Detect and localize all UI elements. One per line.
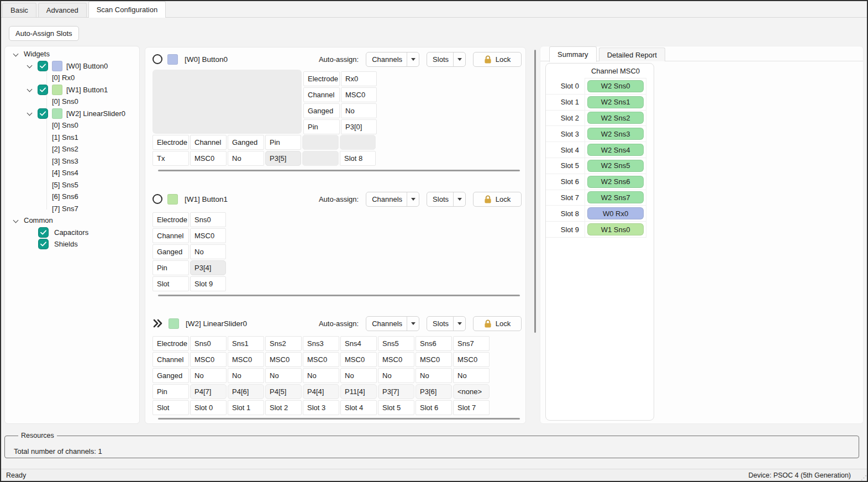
tree-row-sensor[interactable]: [7] Sns7: [5, 203, 139, 215]
placeholder-cell: [340, 135, 376, 150]
slot-label: Slot 5: [546, 158, 585, 174]
pin-cell[interactable]: P4[7]: [190, 384, 227, 399]
tree-row-common-capacitors[interactable]: Capacitors: [5, 227, 139, 239]
main-vertical-scrollbar[interactable]: [534, 50, 536, 333]
w0-slots-dropdown[interactable]: Slots: [427, 52, 466, 67]
chevron-down-icon[interactable]: [13, 51, 18, 57]
w0-lock-button[interactable]: Lock: [473, 52, 522, 67]
table-cell-value: No: [228, 368, 264, 383]
pin-cell[interactable]: P3[4]: [190, 260, 226, 275]
tree-row-sensor[interactable]: [0] Sns0: [5, 119, 139, 132]
table-cell-value: Rx0: [341, 71, 377, 86]
sensor-label: [5] Sns5: [52, 181, 78, 189]
common-checkbox[interactable]: [38, 227, 49, 238]
tree-row-sensor[interactable]: [3] Sns3: [5, 155, 139, 167]
pin-cell[interactable]: <none>: [453, 384, 490, 399]
slots-dropdown-label: Slots: [433, 195, 449, 203]
pin-cell[interactable]: P4[6]: [228, 384, 264, 399]
w2-channels-dropdown[interactable]: Channels: [366, 316, 419, 331]
table-cell-value: No: [415, 368, 452, 383]
w2-table-row: ElectrodeSns0Sns1Sns2Sns3Sns4Sns5Sns6Sns…: [152, 336, 490, 351]
pin-cell[interactable]: P4[4]: [303, 384, 339, 399]
tree-row-common-shields[interactable]: Shields: [5, 238, 139, 250]
widget-checkbox[interactable]: [38, 85, 48, 95]
w0-horizontal-scrollbar[interactable]: [158, 170, 520, 171]
chevron-down-icon[interactable]: [27, 87, 32, 92]
chevron-down-icon[interactable]: [407, 53, 419, 66]
tab-basic[interactable]: Basic: [2, 3, 36, 17]
table-cell-value: Slot 6: [415, 400, 452, 415]
tree-row-widget-1[interactable]: [W1] Button1: [5, 84, 139, 96]
widget-label: [W1] Button1: [66, 86, 108, 94]
slider-widget-icon: [152, 319, 164, 328]
chevron-down-icon[interactable]: [453, 192, 465, 206]
slot-chip-cell: W2 Sns1: [585, 95, 646, 111]
tree-row-sensor[interactable]: [0] Sns0: [5, 96, 139, 108]
w2-color-swatch: [169, 318, 179, 329]
auto-assign-slots-button[interactable]: Auto-Assign Slots: [9, 26, 79, 41]
tab-summary[interactable]: Summary: [549, 46, 597, 62]
chevron-down-icon[interactable]: [453, 317, 465, 331]
tab-advanced[interactable]: Advanced: [38, 3, 87, 17]
slot-row: Slot 1W2 Sns1: [546, 95, 654, 111]
w1-horizontal-scrollbar[interactable]: [158, 295, 520, 296]
chevron-down-icon[interactable]: [407, 192, 419, 206]
table-cell-value: MSC0: [190, 352, 227, 367]
slot-chip-cell: W2 Sns6: [585, 174, 646, 190]
w1-header: [W1] Button1 Auto-assign: Channels Slots…: [152, 192, 522, 206]
chevron-down-icon[interactable]: [453, 53, 465, 66]
tree-row-sensor[interactable]: [5] Sns5: [5, 179, 139, 191]
slots-dropdown-label: Slots: [433, 319, 449, 328]
channels-dropdown-label: Channels: [372, 195, 402, 203]
pin-cell[interactable]: P3[7]: [378, 384, 414, 399]
slot-label: Slot 9: [546, 222, 585, 238]
w0-channels-dropdown[interactable]: Channels: [366, 52, 419, 67]
w2-horizontal-scrollbar[interactable]: [158, 418, 520, 420]
w1-slots-dropdown[interactable]: Slots: [427, 192, 466, 207]
chevron-down-icon[interactable]: [407, 317, 419, 331]
slot-chip-cell: W2 Sns2: [585, 111, 646, 127]
tree-row-sensor[interactable]: [2] Sns2: [5, 143, 139, 155]
status-ready: Ready: [6, 471, 26, 479]
channels-dropdown-label: Channels: [372, 319, 402, 328]
resize-grip[interactable]: ⋰: [861, 475, 866, 480]
slot-assignment-chip: W2 Sns5: [587, 160, 644, 172]
w1-channels-dropdown[interactable]: Channels: [366, 192, 419, 207]
chevron-down-icon[interactable]: [27, 111, 32, 116]
slot-row: Slot 3W2 Sns3: [546, 126, 654, 142]
w2-slots-dropdown[interactable]: Slots: [427, 316, 466, 331]
common-checkbox[interactable]: [38, 239, 49, 249]
widget-checkbox[interactable]: [38, 61, 48, 71]
tree-row-sensor[interactable]: [0] Rx0: [5, 72, 139, 84]
chevron-down-icon[interactable]: [13, 218, 18, 223]
tree-row-widget-0[interactable]: [W0] Button0: [5, 60, 139, 72]
tab-scan-configuration[interactable]: Scan Configuration: [88, 1, 166, 18]
w0-title: [W0] Button0: [185, 55, 228, 64]
tree-row-widget-2[interactable]: [W2] LinearSlider0: [5, 108, 139, 120]
slot-row: Slot 6W2 Sns6: [546, 174, 654, 190]
button-widget-icon: [152, 54, 162, 64]
pin-cell[interactable]: P11[4]: [340, 384, 377, 399]
device-label: Device: PSOC 4 (5th Generation): [749, 471, 862, 479]
widget-checkbox[interactable]: [38, 108, 48, 119]
w1-lock-button[interactable]: Lock: [473, 192, 522, 207]
tree-row-sensor[interactable]: [1] Sns1: [5, 132, 139, 144]
widget-color-swatch: [52, 108, 62, 119]
tree-row-sensor[interactable]: [6] Sns6: [5, 191, 139, 203]
pin-cell[interactable]: P3[5]: [265, 151, 301, 166]
table-cell-value: Sns6: [415, 336, 452, 351]
w1-auto-assign-controls: Auto-assign: Channels Slots Lock: [319, 192, 522, 207]
table-cell-value: MSC0: [303, 352, 339, 367]
w1-table-row: SlotSlot 9: [152, 276, 226, 291]
tree-row-sensor[interactable]: [4] Sns4: [5, 167, 139, 179]
tree-root-common[interactable]: Common: [5, 214, 139, 227]
pin-cell[interactable]: P4[5]: [265, 384, 302, 399]
common-label: Shields: [54, 240, 78, 248]
w2-lock-button[interactable]: Lock: [473, 316, 522, 331]
slot-chip-cell: W2 Sns3: [585, 126, 646, 142]
pin-cell[interactable]: P3[6]: [415, 384, 452, 399]
table-cell-label: Electrode: [152, 336, 189, 351]
tree-root-widgets[interactable]: Widgets: [5, 48, 139, 60]
tab-detailed-report[interactable]: Detailed Report: [599, 48, 665, 61]
chevron-down-icon[interactable]: [27, 63, 32, 69]
